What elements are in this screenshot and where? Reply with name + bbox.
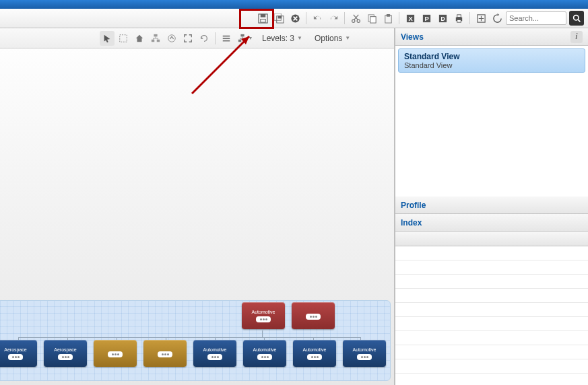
chevron-down-icon: ▼ — [297, 35, 302, 41]
svg-rect-5 — [277, 15, 282, 18]
svg-rect-21 — [457, 20, 461, 22]
chevron-down-icon: ▼ — [345, 35, 350, 41]
org-node[interactable]: Automotive — [242, 302, 285, 329]
rotate-icon[interactable] — [197, 31, 211, 46]
paste-icon[interactable] — [381, 11, 395, 26]
canvas[interactable]: ▼ Levels: 3 ▼ Options ▼ Automotiv — [0, 28, 395, 385]
pointer-icon[interactable] — [100, 31, 115, 46]
grid-row[interactable] — [395, 345, 588, 359]
copy-icon[interactable] — [364, 11, 379, 26]
node-chip — [257, 354, 272, 360]
org-node[interactable]: Automotive — [193, 340, 236, 367]
options-label: Options — [315, 34, 342, 43]
views-header[interactable]: Views i — [395, 28, 588, 46]
node-label: Aerospace — [4, 347, 26, 352]
org-node[interactable]: Automotive — [293, 340, 336, 367]
view-item-subtitle: Standard View — [404, 61, 579, 69]
org-chart[interactable]: Automotive AerospaceAerospaceAutomotiveA… — [0, 300, 391, 381]
org-node[interactable]: Automotive — [343, 340, 386, 367]
info-icon[interactable]: i — [570, 31, 583, 43]
cut-icon[interactable] — [348, 11, 363, 26]
separator — [399, 12, 399, 24]
undo-icon[interactable] — [310, 11, 325, 26]
separator — [344, 12, 345, 24]
separator — [306, 12, 306, 24]
canvas-toolbar: ▼ Levels: 3 ▼ Options ▼ — [0, 28, 394, 48]
svg-rect-20 — [457, 14, 461, 17]
node-chip — [306, 314, 321, 320]
layout-icon[interactable] — [219, 31, 234, 46]
top-toolbar: X P D — [0, 9, 588, 28]
node-chip — [207, 354, 222, 360]
node-chip — [158, 351, 172, 357]
grid-row[interactable] — [395, 289, 588, 303]
collapse-up-icon[interactable] — [164, 31, 179, 46]
levels-dropdown[interactable]: Levels: 3 ▼ — [257, 31, 308, 46]
org-node[interactable] — [292, 302, 335, 329]
grid-row[interactable] — [395, 303, 588, 317]
view-item-standard[interactable]: Standard View Standard View — [398, 48, 585, 73]
refresh-icon[interactable] — [490, 11, 504, 26]
grid-row[interactable] — [395, 275, 588, 289]
node-chip — [256, 316, 271, 322]
svg-rect-26 — [120, 34, 127, 42]
svg-rect-29 — [157, 39, 160, 42]
svg-point-23 — [573, 15, 578, 20]
node-label: Automotive — [352, 347, 376, 352]
svg-rect-33 — [243, 39, 246, 42]
index-title: Index — [401, 218, 422, 228]
svg-rect-32 — [238, 39, 240, 42]
export-pdf-icon[interactable]: D — [435, 11, 450, 26]
options-dropdown[interactable]: Options ▼ — [309, 31, 356, 46]
node-label: Automotive — [251, 310, 275, 314]
export-excel-icon[interactable]: X — [403, 11, 418, 26]
print-icon[interactable] — [451, 11, 466, 26]
org-node[interactable]: Automotive — [243, 340, 286, 367]
grid-row[interactable] — [395, 359, 588, 374]
svg-point-7 — [352, 20, 354, 22]
sidebar: Views i Standard View Standard View Prof… — [395, 28, 588, 385]
view-item-title: Standard View — [404, 52, 579, 61]
org-node[interactable]: Aerospace — [0, 340, 37, 367]
search-button[interactable] — [569, 11, 584, 26]
grid-row[interactable] — [395, 317, 588, 331]
saveall-icon[interactable] — [271, 11, 286, 26]
org-node[interactable]: Aerospace — [44, 340, 87, 367]
fullscreen-icon[interactable] — [181, 31, 195, 46]
close-icon[interactable] — [288, 11, 302, 26]
org-node[interactable] — [143, 340, 187, 367]
svg-rect-12 — [386, 13, 390, 16]
node-chip — [108, 351, 123, 357]
main-area: ▼ Levels: 3 ▼ Options ▼ Automotiv — [0, 28, 588, 385]
svg-rect-31 — [240, 34, 244, 36]
fit-icon[interactable] — [473, 11, 488, 26]
node-chip — [307, 354, 322, 360]
grid-row[interactable] — [395, 260, 588, 275]
profile-header[interactable]: Profile — [395, 197, 588, 214]
search-input[interactable] — [506, 11, 566, 25]
svg-rect-10 — [370, 16, 375, 22]
grid-body[interactable] — [395, 246, 588, 385]
levels-label: Levels: 3 — [262, 34, 294, 43]
svg-text:X: X — [408, 15, 413, 22]
redo-icon[interactable] — [326, 11, 341, 26]
svg-rect-28 — [152, 39, 154, 42]
node-label: Automotive — [203, 347, 226, 352]
marquee-icon[interactable] — [116, 31, 131, 46]
svg-rect-2 — [260, 19, 265, 22]
node-label: Automotive — [302, 347, 326, 352]
node-chip — [357, 354, 372, 360]
hierarchy-dropdown[interactable]: ▼ — [235, 31, 255, 46]
svg-text:D: D — [440, 15, 445, 22]
profile-title: Profile — [401, 201, 426, 210]
svg-rect-27 — [154, 34, 157, 36]
home-icon[interactable] — [132, 31, 147, 46]
subtree-icon[interactable] — [148, 31, 163, 46]
grid-row[interactable] — [395, 246, 588, 260]
separator — [469, 12, 470, 24]
save-icon[interactable] — [255, 11, 270, 26]
index-header[interactable]: Index — [395, 214, 588, 232]
org-node[interactable] — [94, 340, 137, 367]
export-ppt-icon[interactable]: P — [419, 11, 434, 26]
grid-row[interactable] — [395, 331, 588, 345]
